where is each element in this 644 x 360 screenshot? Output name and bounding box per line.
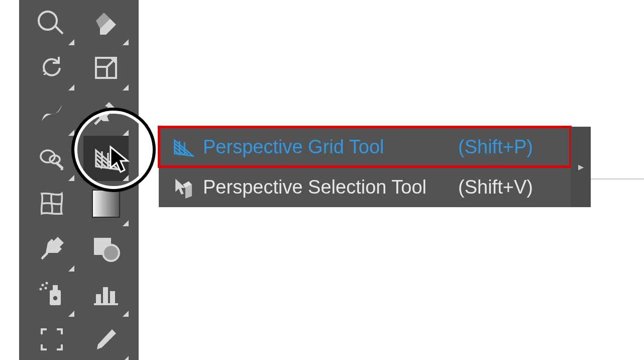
svg-point-10 <box>42 284 44 287</box>
flyout-indicator-icon <box>123 311 129 317</box>
eyedropper-tool[interactable] <box>29 226 74 272</box>
svg-point-8 <box>52 295 58 301</box>
svg-point-13 <box>45 287 47 290</box>
flyout-item-shortcut: (Shift+V) <box>458 176 533 198</box>
rotate-tool[interactable] <box>29 45 74 91</box>
eyedropper-icon <box>38 235 66 263</box>
column-graph-icon <box>92 280 120 308</box>
tools-panel <box>19 0 139 360</box>
pen-slice-icon <box>92 325 120 353</box>
flyout-indicator-icon <box>68 39 74 45</box>
flyout-indicator-icon <box>123 175 129 181</box>
svg-rect-16 <box>110 291 115 304</box>
chevron-right-icon: ▸ <box>578 160 584 173</box>
perspective-tool-flyout: Perspective Grid Tool (Shift+P) Perspect… <box>159 127 571 207</box>
flyout-indicator-icon <box>123 39 129 45</box>
artboard-tool[interactable] <box>29 317 74 360</box>
mesh-icon <box>38 190 66 218</box>
flyout-indicator-icon <box>123 356 129 360</box>
spray-can-icon <box>38 280 66 308</box>
flyout-item-perspective-selection[interactable]: Perspective Selection Tool (Shift+V) <box>159 167 571 207</box>
flyout-item-shortcut: (Shift+P) <box>458 136 533 158</box>
blob-brush-tool[interactable] <box>29 0 74 45</box>
blend-tool[interactable] <box>83 226 129 272</box>
pushpin-icon <box>92 99 120 127</box>
flyout-indicator-icon <box>68 84 74 91</box>
scale-tool[interactable] <box>83 45 129 91</box>
artboard-icon <box>38 325 66 353</box>
svg-rect-17 <box>94 303 118 305</box>
perspective-grid-icon <box>169 135 197 158</box>
width-tool[interactable] <box>29 91 74 136</box>
blend-icon <box>92 235 120 263</box>
flyout-indicator-icon <box>68 130 74 136</box>
svg-point-12 <box>40 288 42 291</box>
svg-point-0 <box>39 12 57 30</box>
flyout-item-label: Perspective Selection Tool <box>197 176 458 198</box>
svg-point-11 <box>46 282 48 285</box>
svg-rect-14 <box>96 294 101 304</box>
flyout-indicator-icon <box>123 130 129 136</box>
flyout-indicator-icon <box>68 175 74 181</box>
gradient-icon <box>92 190 120 218</box>
symbol-sprayer-icon <box>38 144 66 172</box>
flyout-item-label: Perspective Grid Tool <box>197 136 458 158</box>
gradient-tool[interactable] <box>83 181 129 226</box>
perspective-grid-tool[interactable] <box>83 136 129 181</box>
symbol-sprayer-tool[interactable] <box>29 136 74 181</box>
flyout-indicator-icon <box>123 84 129 91</box>
artboard-edge <box>591 178 644 179</box>
puppet-warp-tool[interactable] <box>83 91 129 136</box>
eraser-tool[interactable] <box>83 0 129 45</box>
perspective-grid-icon <box>92 144 120 172</box>
flyout-indicator-icon <box>68 265 74 272</box>
flyout-indicator-icon <box>123 220 129 226</box>
flyout-indicator-icon <box>68 311 74 317</box>
svg-rect-9 <box>53 285 58 290</box>
flyout-tearoff-handle[interactable]: ▸ <box>571 127 591 207</box>
rotate-icon <box>38 54 66 82</box>
scale-icon <box>92 54 120 82</box>
slice-tool[interactable] <box>83 317 129 360</box>
blob-brush-icon <box>38 9 66 37</box>
svg-rect-15 <box>103 287 108 304</box>
perspective-selection-icon <box>169 175 197 199</box>
flyout-item-perspective-grid[interactable]: Perspective Grid Tool (Shift+P) <box>159 127 571 167</box>
svg-rect-2 <box>96 67 107 78</box>
column-graph-tool[interactable] <box>83 272 129 317</box>
mesh-tool[interactable] <box>29 181 74 226</box>
width-icon <box>38 99 66 127</box>
svg-point-6 <box>103 245 119 261</box>
symbol-spray-can-tool[interactable] <box>29 272 74 317</box>
eraser-icon <box>92 9 120 37</box>
